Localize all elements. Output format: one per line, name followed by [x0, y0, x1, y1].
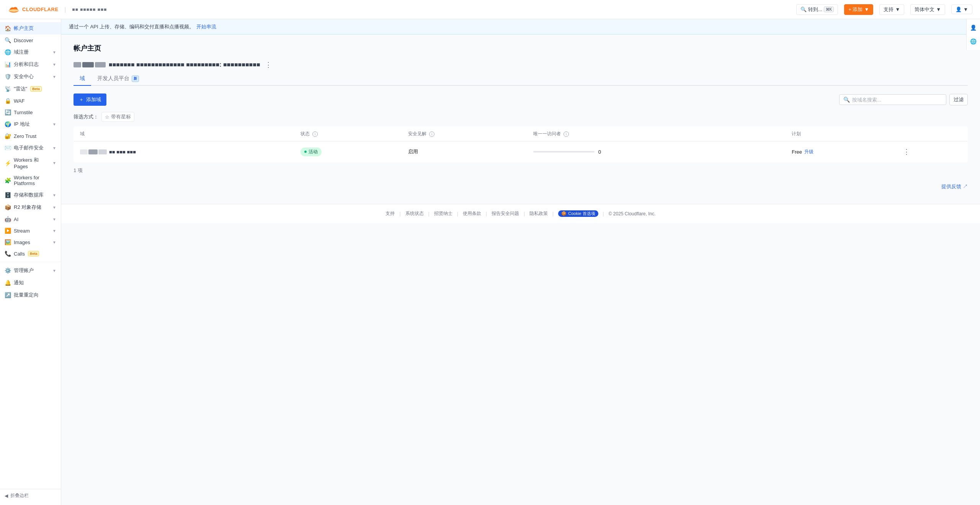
status-info-icon[interactable]: i — [312, 131, 318, 137]
filter-starred-tag[interactable]: ☆ 带有星标 — [101, 112, 134, 122]
storage-icon: 🗄️ — [5, 192, 11, 198]
home-icon: 🏠 — [5, 25, 11, 31]
chevron-right-icon: ▼ — [52, 269, 56, 273]
sidebar-item-label: 批量重定向 — [14, 292, 39, 298]
sidebar-collapse[interactable]: ◀ 折叠边栏 — [0, 489, 61, 502]
sidebar-item-label: Stream — [14, 228, 30, 234]
domains-table: 域 状态 i 安全见解 i 唯一一访问者 i 计划 — [74, 126, 968, 162]
right-panel-globe-icon[interactable]: 🌐 — [968, 36, 979, 47]
account-flags — [74, 62, 106, 67]
visitors-info-icon[interactable]: i — [564, 131, 569, 137]
sidebar-item-notify[interactable]: 🔔 通知 — [0, 277, 61, 289]
table-header-row: 域 状态 i 安全见解 i 唯一一访问者 i 计划 — [74, 127, 968, 141]
sidebar-item-radar[interactable]: 📡 "雷达" Beta — [0, 83, 61, 95]
domain-flag-2 — [88, 149, 98, 154]
sidebar-item-calls[interactable]: 📞 Calls Beta — [0, 248, 61, 259]
logo[interactable]: CLOUDFLARE — [8, 6, 59, 13]
visitors-cell: 0 — [527, 141, 786, 162]
email-icon: ✉️ — [5, 145, 11, 151]
sidebar-item-images[interactable]: 🖼️ Images ▼ — [0, 236, 61, 248]
sidebar-item-bulk[interactable]: ↗️ 批量重定向 — [0, 289, 61, 301]
sidebar-item-label: "雷达" — [14, 85, 27, 92]
sidebar-item-r2[interactable]: 📦 R2 对象存储 ▼ — [0, 201, 61, 213]
tab-devplatform[interactable]: 开发人员平台 新 — [91, 72, 145, 86]
sidebar-item-storage[interactable]: 🗄️ 存储和数据库 ▼ — [0, 189, 61, 201]
security-icon: 🛡️ — [5, 74, 11, 80]
footer-support-link[interactable]: 支持 — [385, 210, 395, 217]
security-info-icon[interactable]: i — [429, 131, 434, 137]
nav-left: CLOUDFLARE | ■■ ■■■■■ ■■■ — [8, 6, 107, 13]
filter-label: 筛选方式： — [74, 113, 98, 120]
sidebar-item-analytics[interactable]: 📊 分析和日志 ▼ — [0, 58, 61, 71]
sidebar-item-label: Turnstile — [14, 110, 33, 115]
tab-domains[interactable]: 域 — [74, 72, 91, 86]
footer-security-link[interactable]: 报告安全问题 — [492, 210, 519, 217]
sidebar-item-workers[interactable]: ⚡ Workers 和 Pages ▼ — [0, 154, 61, 172]
account-more-button[interactable]: ⋮ — [263, 59, 273, 71]
count-text: 1 项 — [74, 167, 83, 173]
sidebar-item-zerotrust[interactable]: 🔐 Zero Trust — [0, 130, 61, 142]
sidebar-item-stream[interactable]: ▶️ Stream ▼ — [0, 225, 61, 236]
plan-cell: Free 升级 — [786, 141, 895, 162]
sidebar-item-zones[interactable]: 🌐 域注册 ▼ — [0, 46, 61, 58]
sidebar-item-manage[interactable]: ⚙️ 管理账户 ▼ — [0, 264, 61, 277]
cookie-label: Cookie 首选项 — [568, 211, 595, 216]
search-box[interactable]: 🔍 — [839, 94, 946, 105]
discover-icon: 🔍 — [5, 37, 11, 43]
sidebar-item-label: IP 地址 — [14, 121, 30, 128]
footer-privacy-link[interactable]: 隐私政策 — [529, 210, 548, 217]
feedback-link[interactable]: 提供反馈 ↗ — [941, 184, 968, 189]
add-domain-button[interactable]: ＋ 添加域 — [74, 93, 106, 106]
sidebar-item-workers-platforms[interactable]: 🧩 Workers for Platforms — [0, 172, 61, 189]
footer-status-link[interactable]: 系统状态 — [405, 210, 424, 217]
main-content: 通过一个 API 上传、存储、编码和交付直播和点播视频。 开始串流 ✕ 帐户主页… — [61, 19, 980, 505]
promo-banner: 通过一个 API 上传、存储、编码和交付直播和点播视频。 开始串流 ✕ — [61, 19, 980, 34]
support-button[interactable]: 支持 ▼ — [879, 4, 904, 15]
row-more-button[interactable]: ⋮ — [902, 146, 911, 157]
domain-name-text: ■■ ■■■ ■■■ — [109, 149, 136, 155]
sidebar-item-label: R2 对象存储 — [14, 204, 41, 211]
tab-domains-label: 域 — [80, 75, 85, 82]
cloudflare-wordmark: CLOUDFLARE — [22, 7, 59, 12]
search-button[interactable]: 🔍 转到... ⌘K — [796, 4, 838, 15]
footer-terms-link[interactable]: 使用条款 — [463, 210, 481, 217]
right-panel: 👤 🌐 — [966, 19, 980, 50]
sidebar-item-ip[interactable]: 🌍 IP 地址 ▼ — [0, 118, 61, 130]
sidebar-item-waf[interactable]: 🔒 WAF — [0, 95, 61, 107]
copyright-text: © 2025 Cloudflare, Inc. — [609, 211, 656, 216]
footer-divider: | — [399, 211, 400, 216]
domain-flag-3 — [98, 149, 107, 154]
cookie-badge[interactable]: 🍪 Cookie 首选项 — [558, 210, 598, 217]
sidebar-item-turnstile[interactable]: 🔄 Turnstile — [0, 107, 61, 118]
lang-button[interactable]: 简体中文 ▼ — [910, 4, 945, 15]
zones-icon: 🌐 — [5, 49, 11, 55]
search-input[interactable] — [852, 97, 942, 103]
chevron-right-icon: ▼ — [52, 62, 56, 67]
footer-careers-link[interactable]: 招贤纳士 — [434, 210, 452, 217]
upgrade-link[interactable]: 升级 — [804, 149, 813, 155]
sidebar-item-home[interactable]: 🏠 帐户主页 — [0, 22, 61, 34]
sidebar-item-label: WAF — [14, 98, 24, 104]
domain-flags — [80, 149, 107, 154]
sidebar-item-ai[interactable]: 🤖 AI ▼ — [0, 213, 61, 225]
sidebar-item-email[interactable]: ✉️ 电子邮件安全 ▼ — [0, 142, 61, 154]
sidebar-item-label: AI — [14, 216, 18, 222]
sidebar-item-security[interactable]: 🛡️ 安全中心 ▼ — [0, 71, 61, 83]
plus-icon: ＋ — [79, 96, 84, 103]
status-badge: 活动 — [301, 148, 322, 156]
right-panel-user-icon[interactable]: 👤 — [968, 22, 979, 33]
radar-icon: 📡 — [5, 86, 11, 92]
add-button[interactable]: + 添加 ▼ — [844, 4, 873, 15]
banner-link[interactable]: 开始串流 — [196, 23, 216, 30]
analytics-icon: 📊 — [5, 61, 11, 67]
layout: 🏠 帐户主页 🔍 Discover 🌐 域注册 ▼ 📊 分析和日志 ▼ 🛡️ 安… — [0, 19, 980, 505]
domain-cell: ■■ ■■■ ■■■ — [74, 141, 294, 162]
table-row: ■■ ■■■ ■■■ 活动 启用 — [74, 141, 968, 162]
images-icon: 🖼️ — [5, 239, 11, 245]
user-button[interactable]: 👤 ▼ — [951, 5, 972, 14]
filter-button[interactable]: 过滤 — [949, 94, 968, 105]
zerotrust-icon: 🔐 — [5, 133, 11, 139]
sidebar-item-discover[interactable]: 🔍 Discover — [0, 34, 61, 46]
toolbar: ＋ 添加域 🔍 过滤 — [74, 93, 968, 106]
search-area: 🔍 过滤 — [839, 94, 968, 105]
